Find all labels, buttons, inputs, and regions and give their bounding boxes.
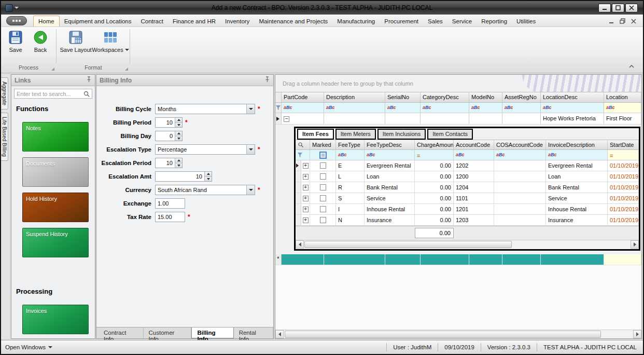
column-header-locationdesc[interactable]: LocationDesc [541, 92, 604, 102]
cell-startdate[interactable]: 01/10/2019 [608, 182, 639, 193]
cell-invoicedescription[interactable]: Inhouse Rental [546, 204, 608, 214]
spinner-buttons[interactable] [204, 172, 212, 181]
new-cell-categorydesc[interactable] [421, 254, 469, 265]
ribbon-collapse-button[interactable] [627, 63, 636, 70]
minimize-button[interactable] [598, 4, 611, 12]
cell-chargeamount[interactable]: 0.00 [415, 171, 454, 182]
expand-row-button[interactable] [303, 196, 309, 201]
cell-cosaccountcode[interactable] [494, 204, 546, 214]
scroll-thumb[interactable] [285, 331, 601, 338]
search-input[interactable] [15, 91, 83, 97]
marked-checkbox[interactable] [320, 162, 326, 169]
filter-cell-partcode[interactable] [282, 103, 324, 113]
escalation-type-dropdown[interactable]: Percentage [155, 144, 255, 155]
expand-row-button[interactable] [303, 207, 309, 212]
cell-chargeamount[interactable]: 0.00 [415, 215, 454, 225]
expand-row-button[interactable] [303, 174, 309, 180]
chevron-down-icon[interactable] [246, 104, 255, 114]
hold-history-button[interactable]: Hold History [22, 193, 89, 222]
master-row[interactable]: Hope Works Pretoria First Floor [275, 113, 641, 125]
grid-horizontal-scrollbar[interactable] [275, 330, 641, 338]
cell-chargeamount[interactable]: 0.00 [415, 160, 454, 171]
cell-chargeamount[interactable]: 0.00 [415, 182, 454, 193]
cell-accountcode[interactable]: 1200 [454, 171, 494, 182]
cell-cosaccountcode[interactable] [494, 215, 546, 225]
new-cell-modelno[interactable] [469, 254, 502, 265]
cell-feetype[interactable]: I [336, 204, 365, 214]
cell-startdate[interactable]: 01/10/2019 [608, 204, 639, 214]
tab-item-meters[interactable]: Item Meters [335, 129, 376, 140]
new-cell-locationdesc[interactable] [541, 254, 604, 265]
spinner-buttons[interactable] [175, 131, 182, 141]
detail-filter-accountcode[interactable] [454, 150, 494, 160]
marked-checkbox[interactable] [320, 184, 326, 190]
billing-day-spinner[interactable]: 0 [155, 131, 183, 141]
spinner-buttons[interactable] [175, 158, 182, 168]
ribbon-tab-equipment-and-locations[interactable]: Equipment and Locations [60, 16, 136, 26]
cell-startdate[interactable]: 01/10/2019 [608, 160, 639, 171]
detail-column-header-marked[interactable]: Marked [310, 140, 336, 150]
column-header-serialno[interactable]: SerialNo [385, 92, 421, 102]
tax-rate-field[interactable]: 15.00 [155, 212, 185, 222]
cell-feetype[interactable]: N [336, 215, 365, 225]
ribbon-tab-utilities[interactable]: Utilities [512, 16, 540, 26]
search-icon[interactable] [83, 90, 90, 98]
cell-invoicedescription[interactable]: Loan [546, 171, 608, 182]
side-tab-aggregate[interactable]: Aggregate [1, 77, 8, 110]
cell-feetypedesc[interactable]: Inhouse Rental [365, 204, 415, 214]
new-cell-serialno[interactable] [385, 254, 421, 265]
master-cell-partcode[interactable] [282, 113, 324, 124]
master-cell-location[interactable]: First Floor [604, 113, 641, 124]
scroll-right-button[interactable] [631, 240, 639, 249]
filter-cell-modelno[interactable] [469, 103, 502, 113]
detail-filter-chargeamount[interactable] [415, 150, 454, 160]
suspend-history-button[interactable]: Suspend History [22, 228, 89, 257]
detail-row[interactable]: E Evergreen Rental 0.00 1202 Evergreen R… [296, 160, 639, 171]
cell-feetypedesc[interactable]: Insurance [365, 215, 415, 225]
ribbon-tab-manufacturing[interactable]: Manufacturing [332, 16, 380, 26]
detail-filter-startdate[interactable] [608, 150, 639, 160]
cell-startdate[interactable]: 01/10/2019 [608, 193, 639, 203]
cell-cosaccountcode[interactable] [494, 193, 546, 203]
detail-column-header-invoicedescription[interactable]: InvoiceDescription [546, 140, 608, 150]
expand-row-button[interactable] [303, 163, 309, 169]
column-header-categorydesc[interactable]: CategoryDesc [421, 92, 469, 102]
marked-filter-checkbox[interactable] [319, 152, 327, 159]
escalation-period-spinner[interactable]: 10 [155, 158, 183, 168]
expand-row-button[interactable] [303, 217, 309, 223]
detail-column-header-feetype[interactable]: FeeType [336, 140, 365, 150]
detail-filter-feetypedesc[interactable] [365, 150, 415, 160]
quick-access-dropdown-icon[interactable] [15, 7, 19, 9]
tab-customer-info[interactable]: Customer Info [144, 327, 192, 338]
scroll-right-button[interactable] [633, 330, 641, 338]
cell-invoicedescription[interactable]: Insurance [546, 215, 608, 225]
back-button[interactable]: Back [27, 30, 54, 53]
mdi-minimize-icon[interactable] [609, 19, 614, 24]
master-cell-locationdesc[interactable]: Hope Works Pretoria [541, 113, 604, 124]
detail-row[interactable]: N Insurance 0.00 1203 Insurance 01/10/20… [296, 215, 639, 226]
new-cell-location[interactable] [604, 254, 641, 265]
detail-column-header-startdate[interactable]: StartDate [608, 140, 639, 150]
ribbon-tab-finance-and-hr[interactable]: Finance and HR [168, 16, 220, 26]
format-dialog-launcher-icon[interactable] [125, 67, 128, 71]
app-icon[interactable] [5, 4, 13, 12]
cell-feetype[interactable]: R [336, 182, 365, 193]
tab-item-contacts[interactable]: Item Contacts [427, 129, 473, 140]
detail-search-column[interactable] [296, 140, 310, 150]
ribbon-tab-procurement[interactable]: Procurement [380, 16, 423, 26]
ribbon-tab-service[interactable]: Service [447, 16, 477, 26]
master-cell-assetregno[interactable] [502, 113, 541, 124]
tab-billing-info[interactable]: Billing Info [191, 327, 233, 338]
cell-accountcode[interactable]: 1202 [454, 160, 494, 171]
cell-feetypedesc[interactable]: Evergreen Rental [365, 160, 415, 171]
save-layout-button[interactable]: Save Layout [60, 30, 91, 53]
invoices-button[interactable]: Invoices [22, 305, 89, 334]
billing-period-spinner[interactable]: 10 [155, 117, 183, 128]
marked-checkbox[interactable] [320, 173, 326, 180]
scroll-left-button[interactable] [275, 330, 284, 338]
exchange-field[interactable]: 1.00 [155, 198, 185, 209]
ribbon-tab-home[interactable]: Home [33, 16, 60, 26]
detail-filter-cosaccountcode[interactable] [494, 150, 546, 160]
side-tab-life-based-billing[interactable]: Life Based Billing [1, 113, 8, 161]
cell-feetypedesc[interactable]: Service [365, 193, 415, 203]
